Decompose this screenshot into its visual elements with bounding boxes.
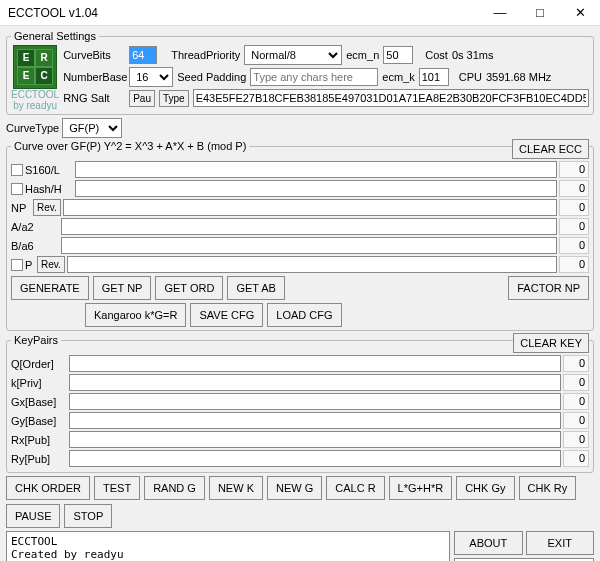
about-button[interactable]: ABOUT — [454, 531, 523, 555]
p-rev-button[interactable]: Rev. — [37, 256, 65, 273]
np-input[interactable] — [63, 199, 557, 216]
ecm-n-input[interactable] — [383, 46, 413, 64]
seedpadding-input[interactable] — [250, 68, 378, 86]
general-legend: General Settings — [11, 30, 99, 42]
minimize-button[interactable]: — — [480, 0, 520, 26]
s160-label: S160/L — [25, 164, 73, 176]
np-rev-button[interactable]: Rev. — [33, 199, 61, 216]
kangaroo-button[interactable]: Kangaroo k*G=R — [85, 303, 186, 327]
calc-r-button[interactable]: CALC R — [326, 476, 384, 500]
window-title: ECCTOOL v1.04 — [8, 6, 480, 20]
logo-sub: ECCTOOL — [11, 89, 59, 100]
ecm-k-input[interactable] — [419, 68, 449, 86]
titlebar: ECCTOOL v1.04 — □ ✕ — [0, 0, 600, 26]
pau-button[interactable]: Pau — [129, 90, 155, 107]
maximize-button[interactable]: □ — [520, 0, 560, 26]
cpu-label: CPU — [459, 71, 482, 83]
k-label: k[Priv] — [11, 377, 67, 389]
cost-label: Cost — [425, 49, 448, 61]
exit-button[interactable]: EXIT — [526, 531, 595, 555]
curvetype-label: CurveType — [6, 122, 59, 134]
lgh-button[interactable]: L*G+H*R — [389, 476, 453, 500]
p-val: 0 — [559, 256, 589, 273]
ry-label: Ry[Pub] — [11, 453, 67, 465]
numberbase-select[interactable]: 16 — [129, 67, 173, 87]
hash-label: Hash/H — [25, 183, 73, 195]
hash-input[interactable] — [75, 180, 557, 197]
get-np-button[interactable]: GET NP — [93, 276, 152, 300]
rx-val: 0 — [563, 431, 589, 448]
clear-ecc-button[interactable]: CLEAR ECC — [512, 139, 589, 159]
rx-input[interactable] — [69, 431, 561, 448]
window-controls: — □ ✕ — [480, 0, 600, 26]
new-k-button[interactable]: NEW K — [209, 476, 263, 500]
b-val: 0 — [559, 237, 589, 254]
a-val: 0 — [559, 218, 589, 235]
generate-button[interactable]: GENERATE — [11, 276, 89, 300]
ecm-k-label: ecm_k — [382, 71, 414, 83]
logo-area: ER EC ECCTOOL by readyu — [11, 45, 59, 111]
hash-val: 0 — [559, 180, 589, 197]
k-val: 0 — [563, 374, 589, 391]
general-settings-group: General Settings ER EC ECCTOOL by readyu… — [6, 30, 594, 115]
cost-value: 0s 31ms — [452, 49, 494, 61]
type-button[interactable]: Type — [159, 90, 189, 107]
np-val: 0 — [559, 199, 589, 216]
content: General Settings ER EC ECCTOOL by readyu… — [0, 26, 600, 561]
cpu-value: 3591.68 MHz — [486, 71, 551, 83]
gy-val: 0 — [563, 412, 589, 429]
threadpriority-label: ThreadPriority — [171, 49, 240, 61]
p-label: P — [25, 259, 35, 271]
save-cfg-button[interactable]: SAVE CFG — [190, 303, 263, 327]
p-checkbox[interactable] — [11, 259, 23, 271]
gx-val: 0 — [563, 393, 589, 410]
rx-label: Rx[Pub] — [11, 434, 67, 446]
app-logo: ER EC — [13, 45, 57, 89]
factor-np-button[interactable]: FACTOR NP — [508, 276, 589, 300]
close-button[interactable]: ✕ — [560, 0, 600, 26]
a-input[interactable] — [61, 218, 557, 235]
ecm-n-label: ecm_n — [346, 49, 379, 61]
curvetype-select[interactable]: GF(P) — [62, 118, 122, 138]
q-input[interactable] — [69, 355, 561, 372]
chk-order-button[interactable]: CHK ORDER — [6, 476, 90, 500]
author-label: by readyu — [13, 100, 57, 111]
b-input[interactable] — [61, 237, 557, 254]
curvebits-input[interactable] — [129, 46, 157, 64]
info-textarea[interactable]: ECCTOOL Created by readyu E-mail: readyu… — [6, 531, 450, 561]
q-label: Q[Order] — [11, 358, 67, 370]
pause-button[interactable]: PAUSE — [6, 504, 60, 528]
rngsalt-hex-input[interactable] — [193, 89, 589, 107]
s160-input[interactable] — [75, 161, 557, 178]
new-g-button[interactable]: NEW G — [267, 476, 322, 500]
s160-val: 0 — [559, 161, 589, 178]
p-input[interactable] — [67, 256, 557, 273]
hash-checkbox[interactable] — [11, 183, 23, 195]
gx-input[interactable] — [69, 393, 561, 410]
chk-gy-button[interactable]: CHK Gy — [456, 476, 514, 500]
s160-checkbox[interactable] — [11, 164, 23, 176]
gx-label: Gx[Base] — [11, 396, 67, 408]
rand-g-button[interactable]: RAND G — [144, 476, 205, 500]
get-ab-button[interactable]: GET AB — [227, 276, 285, 300]
numberbase-label: NumberBase — [63, 71, 125, 83]
clear-key-button[interactable]: CLEAR KEY — [513, 333, 589, 353]
gy-input[interactable] — [69, 412, 561, 429]
k-input[interactable] — [69, 374, 561, 391]
ry-val: 0 — [563, 450, 589, 467]
stop-button[interactable]: STOP — [64, 504, 112, 528]
keypairs-group: KeyPairs CLEAR KEY Q[Order]0 k[Priv]0 Gx… — [6, 334, 594, 473]
gy-label: Gy[Base] — [11, 415, 67, 427]
np-label: NP — [11, 202, 31, 214]
ry-input[interactable] — [69, 450, 561, 467]
get-ord-button[interactable]: GET ORD — [155, 276, 223, 300]
a-label: A/a2 — [11, 221, 59, 233]
seedpadding-label: Seed Padding — [177, 71, 246, 83]
chk-ry-button[interactable]: CHK Ry — [519, 476, 577, 500]
test-button[interactable]: TEST — [94, 476, 140, 500]
curve-legend: Curve over GF(P) Y^2 = X^3 + A*X + B (mo… — [11, 140, 249, 152]
rngsalt-label: RNG Salt — [63, 92, 125, 104]
threadpriority-select[interactable]: Normal/8 — [244, 45, 342, 65]
curve-group: Curve over GF(P) Y^2 = X^3 + A*X + B (mo… — [6, 140, 594, 331]
load-cfg-button[interactable]: LOAD CFG — [267, 303, 341, 327]
